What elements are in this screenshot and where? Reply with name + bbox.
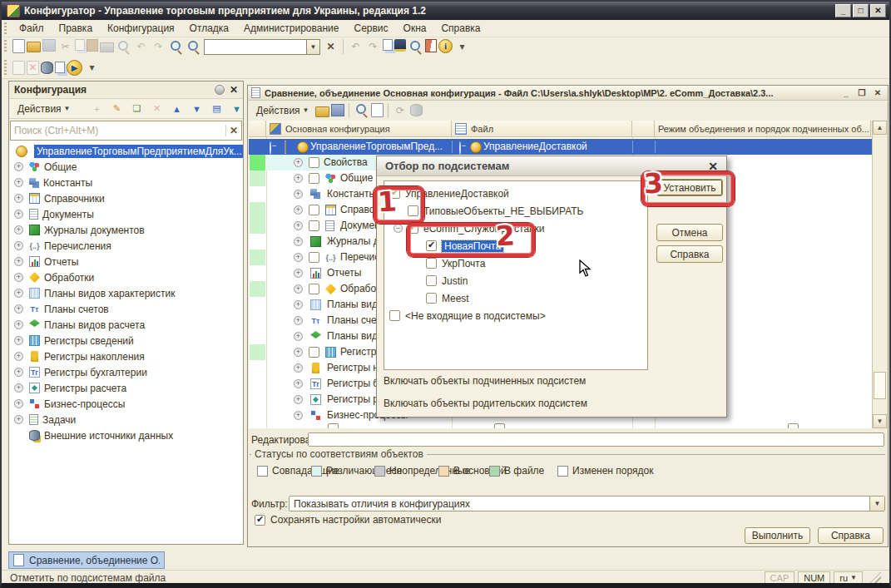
tree-item[interactable]: Регистры накопления [9, 348, 243, 364]
vertical-scrollbar[interactable]: ▲ ▼ [872, 121, 887, 428]
open-icon[interactable] [27, 42, 41, 52]
dialog-help-button[interactable]: Справка [656, 245, 723, 263]
expand-icon[interactable] [14, 383, 23, 393]
delete-icon[interactable]: ✕ [148, 101, 166, 116]
expand-icon[interactable] [14, 210, 23, 219]
clone-icon[interactable]: ❏ [128, 101, 146, 116]
menu-item[interactable]: Окна [396, 21, 434, 36]
edit-icon[interactable]: ✎ [108, 101, 126, 116]
redo-icon[interactable]: ↷ [151, 39, 166, 55]
print-icon[interactable] [100, 42, 114, 52]
clear-search-icon[interactable]: ✕ [323, 39, 339, 55]
tree-item[interactable]: Планы видов расчета [9, 317, 243, 333]
subsystem-item[interactable]: Justin [384, 272, 647, 289]
find-icon[interactable] [168, 39, 184, 55]
resize-grip[interactable] [869, 572, 881, 584]
menu-item[interactable]: Файл [12, 21, 52, 36]
expand-icon[interactable] [294, 205, 303, 215]
tree-item[interactable]: Обработки [9, 269, 243, 285]
expand-icon[interactable] [14, 320, 23, 329]
collapse-icon[interactable] [459, 141, 461, 155]
window-tab[interactable]: Сравнение, объединение О... [8, 551, 165, 569]
merge-checkbox[interactable] [788, 423, 799, 428]
expand-icon[interactable] [294, 411, 303, 420]
tree-item[interactable]: Перечисления [9, 238, 243, 254]
move-down-icon[interactable]: ▼ [188, 101, 206, 116]
menu-item[interactable]: Правка [52, 21, 101, 36]
subsystem-checkbox[interactable] [426, 258, 437, 269]
expand-icon[interactable] [14, 273, 23, 282]
cut-icon[interactable]: ✂ [57, 39, 73, 55]
expand-icon[interactable] [294, 300, 303, 309]
menu-item[interactable]: Конфигурация [100, 21, 182, 36]
merge-checkbox[interactable] [309, 220, 319, 231]
tree-item[interactable]: Документы [9, 206, 243, 222]
subsystem-item[interactable]: УкрПочта [384, 254, 647, 272]
menu-item[interactable]: Администрирование [236, 21, 346, 36]
expand-icon[interactable] [294, 348, 303, 357]
sort-icon[interactable]: ▤ [208, 101, 226, 116]
file-status-column-header[interactable] [632, 121, 655, 137]
save-settings-icon[interactable] [331, 104, 344, 116]
maximize-button[interactable]: □ [853, 4, 869, 17]
collapse-icon[interactable] [270, 141, 271, 155]
expand-icon[interactable] [14, 241, 23, 250]
expand-icon[interactable] [14, 352, 23, 361]
expand-icon[interactable] [294, 237, 303, 246]
menu-item[interactable]: Справка [433, 21, 488, 36]
compare-actions-menu-button[interactable]: Действия▼ [251, 103, 314, 118]
main-config-column-header[interactable]: Основная конфигурация [266, 121, 452, 137]
merge-checkbox[interactable] [309, 173, 319, 184]
copy-icon[interactable] [75, 39, 85, 51]
expand-icon[interactable] [294, 174, 303, 183]
quick-search-input[interactable] [204, 39, 307, 55]
forward-icon[interactable]: ↷ [365, 39, 381, 55]
help-search-icon[interactable]: ? [408, 39, 423, 55]
pin-icon[interactable] [215, 85, 225, 95]
tree-item[interactable]: Регистры сведений [9, 333, 243, 348]
tree-item[interactable]: Регистры бухгалтерии [9, 364, 243, 380]
print-preview-icon[interactable] [116, 39, 131, 55]
merge-checkbox[interactable] [494, 423, 505, 428]
new-document-icon[interactable] [12, 39, 25, 53]
panel-close-icon[interactable]: ✕ [230, 84, 238, 96]
merge-checkbox[interactable] [309, 157, 319, 168]
merge-checkbox[interactable] [309, 347, 319, 358]
expand-icon[interactable] [14, 178, 23, 187]
tree-root-item[interactable]: УправлениеТорговымПредприятиемДляУк... [9, 143, 243, 159]
tree-item[interactable]: Внешние источники данных [9, 427, 243, 443]
info-icon[interactable]: i [438, 39, 453, 53]
expand-icon[interactable] [14, 194, 23, 203]
subsystem-item[interactable]: <Не входящие в подсистемы> [384, 307, 647, 324]
expand-icon[interactable] [14, 289, 23, 298]
merge-checkbox[interactable] [309, 205, 319, 215]
mdi-minimize-button[interactable]: _ [839, 87, 853, 98]
tree-item[interactable]: Регистры расчета [9, 380, 243, 396]
combo-dropdown-icon[interactable]: ▼ [869, 497, 884, 511]
undo-icon[interactable]: ↶ [133, 39, 149, 55]
expand-icon[interactable] [294, 316, 303, 325]
close-button[interactable]: ✕ [870, 4, 886, 17]
expand-icon[interactable] [294, 269, 303, 278]
open-settings-icon[interactable] [315, 106, 329, 117]
collapse-icon[interactable] [394, 224, 403, 233]
expand-icon[interactable] [294, 332, 303, 341]
zoom-icon[interactable] [186, 39, 201, 55]
expand-icon[interactable] [294, 158, 303, 167]
expand-icon[interactable] [294, 379, 303, 388]
scroll-up-icon[interactable]: ▲ [873, 121, 887, 135]
syntax-helper-icon[interactable] [425, 39, 437, 52]
expand-icon[interactable] [294, 253, 303, 262]
mdi-restore-button[interactable]: ❐ [855, 87, 869, 98]
paste-icon[interactable] [87, 39, 98, 52]
scrollbar-thumb[interactable] [874, 372, 886, 399]
tree-item[interactable]: Задачи [9, 412, 243, 427]
tree-item[interactable]: Общие [9, 159, 243, 175]
merge-checkbox[interactable] [309, 284, 319, 294]
actions-menu-button[interactable]: Действия▼ [12, 101, 76, 116]
menu-item[interactable]: Отладка [182, 21, 236, 36]
tree-item[interactable]: Планы счетов [9, 301, 243, 317]
merge-checkbox[interactable] [285, 141, 286, 154]
expand-icon[interactable] [294, 221, 303, 230]
merge-mode-column-header[interactable]: Режим объединения и порядок подчиненных … [655, 121, 871, 137]
